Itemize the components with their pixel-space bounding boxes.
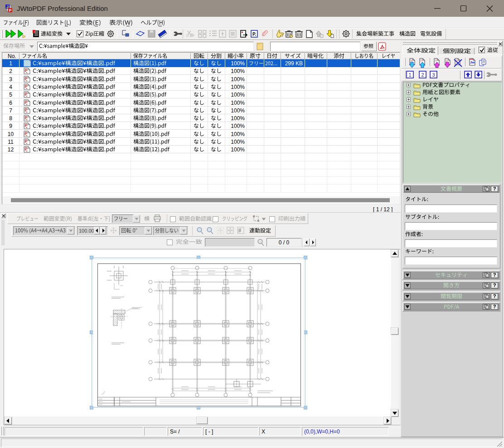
svg-text:1: 1: [408, 72, 411, 78]
svg-text:P: P: [9, 8, 12, 13]
svg-text:Jw: Jw: [470, 60, 475, 64]
svg-text:P.: P.: [252, 32, 256, 37]
svg-text:3: 3: [432, 72, 435, 78]
svg-text:2: 2: [421, 72, 424, 78]
